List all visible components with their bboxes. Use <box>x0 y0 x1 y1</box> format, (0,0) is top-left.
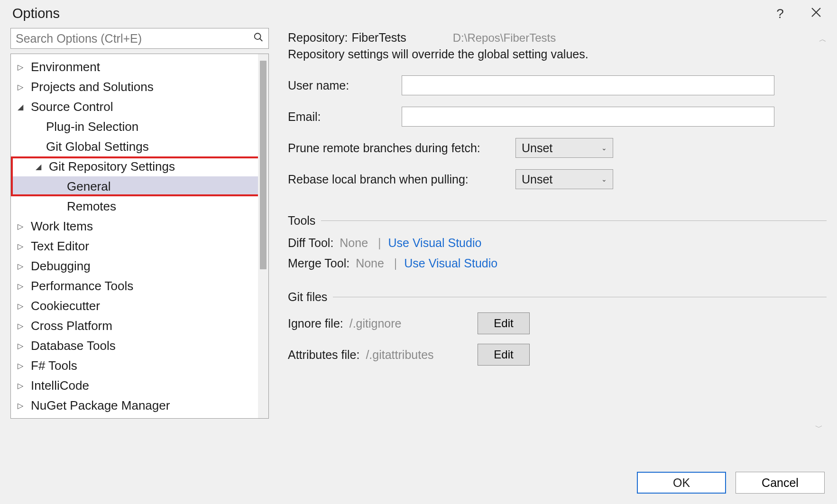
gitfiles-header: Git files <box>288 290 327 304</box>
caret-right-icon: ▷ <box>18 242 27 251</box>
divider <box>333 297 827 297</box>
username-label: User name: <box>288 79 402 92</box>
tools-header: Tools <box>288 214 315 228</box>
email-input[interactable] <box>402 107 774 127</box>
merge-tool-label: Merge Tool: <box>288 257 350 270</box>
tree-item-remotes[interactable]: Remotes <box>11 196 268 216</box>
prune-label: Prune remote branches during fetch: <box>288 141 515 155</box>
merge-use-vs-link[interactable]: Use Visual Studio <box>404 257 497 270</box>
caret-right-icon: ▷ <box>18 321 27 330</box>
tree-item-projects[interactable]: ▷Projects and Solutions <box>11 77 268 97</box>
divider <box>321 220 827 221</box>
tree-scrollbar[interactable] <box>258 54 268 418</box>
scroll-thumb[interactable] <box>260 61 267 269</box>
tree-item-git-global[interactable]: Git Global Settings <box>11 137 268 156</box>
chevron-down-icon: ⌄ <box>601 175 607 183</box>
tree-item-performance-tools[interactable]: ▷Performance Tools <box>11 276 268 296</box>
edit-attributes-button[interactable]: Edit <box>478 344 530 366</box>
tree-label: General <box>67 179 111 194</box>
tree-label: Text Editor <box>31 239 89 254</box>
collapse-icon[interactable]: ︿ <box>819 35 827 45</box>
tree-item-intellicode[interactable]: ▷IntelliCode <box>11 376 268 395</box>
tree-label: F# Tools <box>31 358 77 373</box>
rebase-label: Rebase local branch when pulling: <box>288 173 515 186</box>
rebase-value: Unset <box>522 173 552 186</box>
tree-item-environment[interactable]: ▷Environment <box>11 57 268 77</box>
separator: | <box>394 257 397 270</box>
search-icon <box>253 32 264 46</box>
prune-select[interactable]: Unset ⌄ <box>515 138 613 158</box>
help-icon[interactable]: ? <box>772 6 789 21</box>
attributes-file-label: Attributes file: <box>288 348 359 361</box>
caret-right-icon: ▷ <box>18 302 27 311</box>
caret-right-icon: ▷ <box>18 282 27 291</box>
email-label: Email: <box>288 110 402 124</box>
ignore-file-label: Ignore file: <box>288 317 343 330</box>
tree-item-fsharp-tools[interactable]: ▷F# Tools <box>11 356 268 376</box>
ignore-file-value: /.gitignore <box>350 317 402 330</box>
tree-label: Work Items <box>31 219 93 234</box>
tree-item-source-control[interactable]: ◢Source Control <box>11 97 268 117</box>
merge-tool-value: None <box>356 257 384 270</box>
tree-item-debugging[interactable]: ▷Debugging <box>11 256 268 276</box>
username-input[interactable] <box>402 75 774 95</box>
edit-ignore-button[interactable]: Edit <box>478 312 530 334</box>
tree-item-work-items[interactable]: ▷Work Items <box>11 216 268 236</box>
tree-label: NuGet Package Manager <box>31 398 170 413</box>
tree-label: Performance Tools <box>31 279 133 293</box>
cancel-button[interactable]: Cancel <box>736 472 825 494</box>
caret-right-icon: ▷ <box>18 63 27 72</box>
rebase-select[interactable]: Unset ⌄ <box>515 169 613 189</box>
window-title: Options <box>12 6 60 21</box>
caret-right-icon: ▷ <box>18 222 27 231</box>
caret-right-icon: ▷ <box>18 262 27 271</box>
diff-use-vs-link[interactable]: Use Visual Studio <box>388 236 481 249</box>
separator: | <box>378 236 381 249</box>
tree-item-general[interactable]: General <box>11 176 268 196</box>
tree-label: Source Control <box>31 100 113 114</box>
tree-item-nuget[interactable]: ▷NuGet Package Manager <box>11 395 268 415</box>
caret-down-icon: ◢ <box>36 162 45 171</box>
tree-item-git-repo-settings[interactable]: ◢Git Repository Settings <box>11 156 268 176</box>
tree-item-cookiecutter[interactable]: ▷Cookiecutter <box>11 296 268 316</box>
expand-icon[interactable]: ﹀ <box>815 423 823 433</box>
close-icon[interactable] <box>808 7 825 20</box>
tree-label: Cross Platform <box>31 319 112 333</box>
tree-item-plugin-selection[interactable]: Plug-in Selection <box>11 117 268 137</box>
tree-label: Git Global Settings <box>46 139 149 154</box>
caret-right-icon: ▷ <box>18 341 27 350</box>
caret-right-icon: ▷ <box>18 361 27 370</box>
caret-right-icon: ▷ <box>18 381 27 390</box>
repository-label: Repository: <box>288 31 348 45</box>
tree-label: Git Repository Settings <box>49 159 175 174</box>
tree-label: Environment <box>31 60 100 74</box>
tree-item-text-editor[interactable]: ▷Text Editor <box>11 236 268 256</box>
prune-value: Unset <box>522 141 552 155</box>
diff-tool-label: Diff Tool: <box>288 236 333 249</box>
tree-label: IntelliCode <box>31 378 89 393</box>
tree-label: Plug-in Selection <box>46 119 138 134</box>
caret-right-icon: ▷ <box>18 82 27 92</box>
tree-label: Remotes <box>67 199 116 214</box>
tree-item-cross-platform[interactable]: ▷Cross Platform <box>11 316 268 336</box>
repository-name: FiberTests <box>351 31 406 45</box>
repository-path: D:\Repos\FiberTests <box>453 31 556 45</box>
attributes-file-value: /.gitattributes <box>366 348 433 361</box>
tree-label: Database Tools <box>31 339 116 353</box>
caret-down-icon: ◢ <box>18 102 27 111</box>
diff-tool-value: None <box>340 236 368 249</box>
ok-button[interactable]: OK <box>637 472 726 494</box>
highlight-box: ◢Git Repository Settings General <box>11 156 268 196</box>
tree-label: Projects and Solutions <box>31 80 154 94</box>
tree-item-database-tools[interactable]: ▷Database Tools <box>11 336 268 356</box>
chevron-down-icon: ⌄ <box>601 144 607 152</box>
tree-label: Cookiecutter <box>31 299 100 313</box>
options-tree: ▷Environment ▷Projects and Solutions ◢So… <box>10 54 269 419</box>
svg-line-3 <box>260 38 263 41</box>
svg-point-2 <box>255 33 261 39</box>
search-options-box[interactable] <box>10 28 269 49</box>
caret-right-icon: ▷ <box>18 401 27 410</box>
search-input[interactable] <box>16 32 264 46</box>
tree-label: Debugging <box>31 259 91 274</box>
override-note: Repository settings will override the gl… <box>288 47 827 61</box>
